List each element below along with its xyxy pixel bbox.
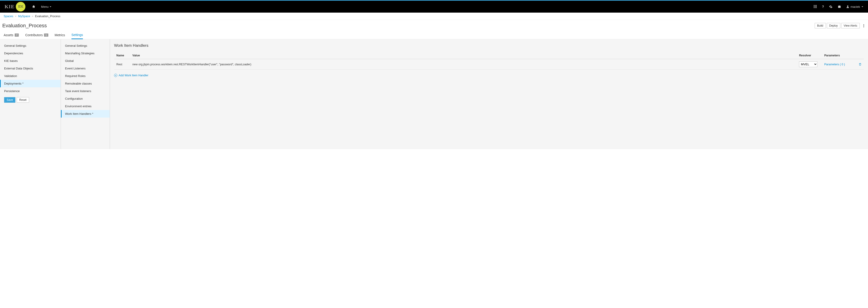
- menu-dropdown[interactable]: Menu: [41, 5, 52, 8]
- assets-count-badge: 7: [14, 33, 19, 37]
- sidebar-item-deployments[interactable]: Deployments: [0, 80, 61, 87]
- gear-icon[interactable]: [829, 5, 833, 8]
- sub-item-event-listeners[interactable]: Event Listeners: [61, 65, 110, 72]
- topbar: KIE IDE Menu ? maciek: [0, 0, 868, 12]
- add-work-item-handler[interactable]: + Add Work Item Handler: [114, 74, 864, 77]
- reset-button[interactable]: Reset: [17, 97, 29, 103]
- breadcrumb-current: Evaluation_Process: [35, 15, 60, 18]
- breadcrumb: Spaces » MySpace » Evaluation_Process: [0, 12, 868, 20]
- work-item-handlers-table: Name Value Resolver Parameters Rest new …: [114, 52, 864, 70]
- col-header-parameters: Parameters: [822, 52, 856, 59]
- svg-rect-2: [816, 5, 817, 6]
- sub-item-marshalling[interactable]: Marshalling Strategies: [61, 50, 110, 57]
- svg-rect-5: [816, 6, 817, 7]
- user-icon: [846, 5, 849, 8]
- svg-rect-8: [816, 7, 817, 8]
- brand-kie-text: KIE: [5, 4, 14, 10]
- delete-row-button[interactable]: [856, 59, 864, 70]
- resolver-select[interactable]: MVEL: [799, 61, 817, 67]
- sub-item-general[interactable]: General Settings: [61, 42, 110, 50]
- build-button[interactable]: Build: [815, 23, 826, 28]
- cell-name[interactable]: Rest: [114, 59, 130, 70]
- tab-label: Contributors: [25, 33, 42, 37]
- col-header-value: Value: [130, 52, 797, 59]
- sub-item-environment[interactable]: Environment entries: [61, 103, 110, 110]
- sub-item-required-roles[interactable]: Required Roles: [61, 72, 110, 80]
- sub-item-task-event-listeners[interactable]: Task event listeners: [61, 87, 110, 95]
- sub-item-work-item-handlers[interactable]: Work Item Handlers: [61, 110, 110, 117]
- col-header-name: Name: [114, 52, 130, 59]
- tab-metrics[interactable]: Metrics: [55, 31, 65, 39]
- main-panel: Work Item Handlers Name Value Resolver P…: [110, 39, 868, 149]
- sidebar-item-external-data[interactable]: External Data Objects: [0, 65, 61, 72]
- svg-rect-1: [815, 5, 815, 6]
- breadcrumb-myspace[interactable]: MySpace: [18, 15, 30, 18]
- chevron-down-icon: [50, 6, 52, 8]
- tab-contributors[interactable]: Contributors 1: [25, 31, 48, 39]
- panel-title: Work Item Handlers: [114, 43, 864, 48]
- col-header-resolver: Resolver: [797, 52, 822, 59]
- sub-item-global[interactable]: Global: [61, 57, 110, 65]
- project-actions: Build Deploy View Alerts: [815, 23, 866, 28]
- sidebar-item-kie-bases[interactable]: KIE bases: [0, 57, 61, 65]
- sub-item-configuration[interactable]: Configuration: [61, 95, 110, 103]
- add-label: Add Work Item Handler: [119, 74, 148, 77]
- sidebar-item-general[interactable]: General Settings: [0, 42, 61, 50]
- page-title: Evaluation_Process: [2, 23, 47, 29]
- trash-icon: [859, 63, 862, 66]
- menu-label: Menu: [41, 5, 49, 8]
- svg-rect-3: [814, 6, 814, 7]
- topbar-right: ? maciek: [814, 5, 863, 8]
- project-header: Evaluation_Process Build Deploy View Ale…: [0, 20, 868, 31]
- settings-sidebar: General Settings Dependencies KIE bases …: [0, 39, 61, 149]
- brand-logo: KIE IDE: [5, 2, 25, 11]
- sidebar-item-dependencies[interactable]: Dependencies: [0, 50, 61, 57]
- contributors-count-badge: 1: [44, 33, 48, 37]
- svg-rect-7: [815, 7, 815, 8]
- user-menu[interactable]: maciek: [846, 5, 863, 8]
- svg-rect-6: [814, 7, 814, 8]
- sidebar-item-persistence[interactable]: Persistence: [0, 87, 61, 95]
- tab-label: Metrics: [55, 33, 65, 37]
- help-icon[interactable]: ?: [822, 5, 824, 8]
- chevron-down-icon: [861, 6, 863, 8]
- save-button[interactable]: Save: [4, 97, 16, 103]
- tab-settings[interactable]: Settings: [71, 31, 83, 39]
- tab-label: Assets: [4, 33, 13, 37]
- svg-rect-4: [815, 6, 815, 7]
- breadcrumb-spaces[interactable]: Spaces: [4, 15, 13, 18]
- tabs: Assets 7 Contributors 1 Metrics Settings: [0, 31, 868, 39]
- user-name: maciek: [850, 5, 860, 8]
- apps-icon[interactable]: [814, 5, 817, 8]
- settings-body: General Settings Dependencies KIE bases …: [0, 39, 868, 149]
- sidebar-item-validation[interactable]: Validation: [0, 72, 61, 80]
- sub-item-remoteable[interactable]: Remoteable classes: [61, 80, 110, 87]
- cell-value[interactable]: new org.jbpm.process.workitem.rest.RESTW…: [130, 59, 797, 70]
- tab-assets[interactable]: Assets 7: [4, 31, 19, 39]
- breadcrumb-separator: »: [15, 15, 17, 18]
- brand-ide-badge: IDE: [16, 2, 25, 11]
- kebab-menu[interactable]: [862, 24, 866, 27]
- svg-rect-0: [814, 5, 814, 6]
- deployments-sidebar: General Settings Marshalling Strategies …: [61, 39, 110, 149]
- parameters-link[interactable]: Parameters ( 0 ): [824, 63, 845, 66]
- tab-label: Settings: [71, 33, 83, 37]
- plus-circle-icon: +: [114, 74, 117, 77]
- home-icon[interactable]: [32, 5, 35, 8]
- breadcrumb-separator: »: [32, 15, 33, 18]
- view-alerts-button[interactable]: View Alerts: [841, 23, 860, 28]
- briefcase-icon[interactable]: [838, 5, 841, 8]
- deploy-button[interactable]: Deploy: [827, 23, 840, 28]
- table-row: Rest new org.jbpm.process.workitem.rest.…: [114, 59, 864, 70]
